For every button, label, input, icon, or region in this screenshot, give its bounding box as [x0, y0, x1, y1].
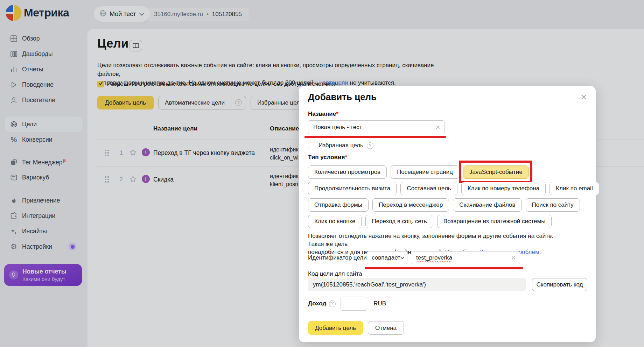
type-chip[interactable]: Скачивание файлов — [453, 198, 522, 212]
type-chip[interactable]: Составная цель — [400, 182, 457, 195]
submit-add-goal-button[interactable]: Добавить цель — [308, 321, 363, 335]
close-icon[interactable]: ✕ — [579, 92, 589, 102]
condition-type-label: Тип условия* — [308, 154, 347, 161]
revenue-row: Доход ? RUB — [308, 297, 386, 311]
type-chip[interactable]: Переход в соц. сеть — [365, 215, 433, 228]
name-label: Название* — [308, 111, 338, 118]
type-chip[interactable]: Клик по кнопке — [308, 215, 362, 228]
match-type-select[interactable]: совпадает — [367, 251, 407, 264]
cancel-button[interactable]: Отмена — [368, 321, 404, 335]
modal-actions: Добавить цель Отмена — [308, 321, 404, 335]
type-chip-selected[interactable]: JavaScript-событие — [463, 165, 529, 179]
chevron-down-icon — [400, 255, 404, 260]
favorite-goal-row: Избранная цель ? — [308, 142, 373, 149]
type-chip[interactable]: Количество просмотров — [308, 165, 387, 179]
annotation-underline-goal-id — [365, 267, 523, 269]
revenue-help-icon[interactable]: ? — [329, 300, 336, 307]
clear-input-icon[interactable]: ✕ — [435, 124, 440, 131]
revenue-label: Доход — [308, 300, 326, 307]
goal-name-input[interactable]: Новая цель - тест ✕ — [308, 120, 444, 134]
condition-type-chips: Количество просмотров Посещение страниц … — [308, 165, 590, 231]
clear-input-icon[interactable]: ✕ — [511, 254, 516, 261]
favorite-goal-label: Избранная цель — [318, 142, 363, 149]
goal-id-label: Идентификатор цели: — [308, 254, 368, 261]
copy-code-button[interactable]: Скопировать код — [532, 278, 587, 291]
type-chip[interactable]: Посещение страниц — [391, 165, 459, 179]
type-chip[interactable]: Возвращение из платежной системы — [437, 215, 552, 228]
favorite-goal-checkbox[interactable] — [308, 142, 315, 149]
type-chip[interactable]: Отправка формы — [308, 198, 369, 212]
favorite-goal-help-icon[interactable]: ? — [367, 142, 373, 149]
type-chip[interactable]: Клик по номеру телефона — [461, 182, 546, 195]
type-chip[interactable]: Поиск по сайту — [526, 198, 580, 212]
add-goal-modal: Добавить цель ✕ Название* Новая цель - т… — [299, 86, 596, 342]
type-chip[interactable]: Переход в мессенджер — [372, 198, 449, 212]
type-chip[interactable]: Клик по email — [550, 182, 599, 195]
currency-label: RUB — [373, 300, 386, 307]
revenue-input[interactable] — [341, 297, 367, 311]
goal-id-input[interactable]: test_proverka ✕ — [411, 251, 520, 264]
annotation-underline-name — [304, 136, 446, 138]
type-chip[interactable]: Продолжительность визита — [308, 182, 397, 195]
modal-title: Добавить цель — [308, 92, 377, 102]
goal-code-box: ym(105120855,'reachGoal','test_proverka'… — [308, 278, 526, 291]
code-label: Код цели для сайта — [308, 270, 362, 277]
